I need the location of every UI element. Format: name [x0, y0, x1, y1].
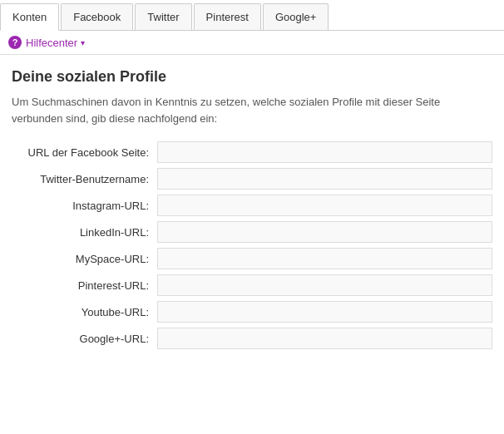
main-container: Konten Facebook Twitter Pinterest Google… [0, 0, 504, 434]
input-googleplus-url[interactable] [157, 328, 492, 349]
tab-twitter[interactable]: Twitter [135, 3, 191, 30]
label-myspace-url: MySpace-URL: [12, 253, 157, 265]
label-googleplus-url: Google+-URL: [12, 333, 157, 345]
tab-googleplus[interactable]: Google+ [263, 3, 329, 30]
content-area: Deine sozialen Profile Um Suchmaschinen … [0, 55, 504, 367]
form-row-pinterest-url: Pinterest-URL: [12, 274, 492, 296]
label-facebook-url: URL der Facebook Seite: [12, 146, 157, 159]
form-row-youtube-url: Youtube-URL: [12, 301, 492, 323]
input-youtube-url[interactable] [157, 301, 492, 323]
form-row-twitter-username: Twitter-Benutzername: [12, 168, 492, 190]
input-pinterest-url[interactable] [157, 274, 492, 296]
section-title: Deine sozialen Profile [12, 68, 492, 86]
section-description: Um Suchmaschinen davon in Kenntnis zu se… [12, 94, 492, 126]
tab-konten[interactable]: Konten [0, 3, 59, 31]
form-row-googleplus-url: Google+-URL: [12, 328, 492, 349]
label-youtube-url: Youtube-URL: [12, 306, 157, 318]
input-linkedin-url[interactable] [157, 221, 492, 243]
form-row-instagram-url: Instagram-URL: [12, 195, 492, 216]
label-instagram-url: Instagram-URL: [12, 200, 157, 212]
input-facebook-url[interactable] [157, 141, 492, 163]
label-linkedin-url: LinkedIn-URL: [12, 226, 157, 239]
help-bar: ? Hilfecenter ▾ [0, 31, 504, 55]
form-row-linkedin-url: LinkedIn-URL: [12, 221, 492, 243]
label-pinterest-url: Pinterest-URL: [12, 279, 157, 292]
form-row-facebook-url: URL der Facebook Seite: [12, 141, 492, 163]
form-row-myspace-url: MySpace-URL: [12, 248, 492, 269]
chevron-down-icon[interactable]: ▾ [81, 38, 85, 47]
tab-pinterest[interactable]: Pinterest [194, 3, 261, 30]
input-myspace-url[interactable] [157, 248, 492, 269]
help-icon: ? [8, 36, 22, 49]
help-link[interactable]: Hilfecenter [26, 37, 77, 49]
tab-facebook[interactable]: Facebook [61, 3, 133, 30]
tab-bar: Konten Facebook Twitter Pinterest Google… [0, 0, 504, 31]
label-twitter-username: Twitter-Benutzername: [12, 173, 157, 185]
input-twitter-username[interactable] [157, 168, 492, 190]
form: URL der Facebook Seite: Twitter-Benutzer… [12, 141, 492, 349]
input-instagram-url[interactable] [157, 195, 492, 216]
